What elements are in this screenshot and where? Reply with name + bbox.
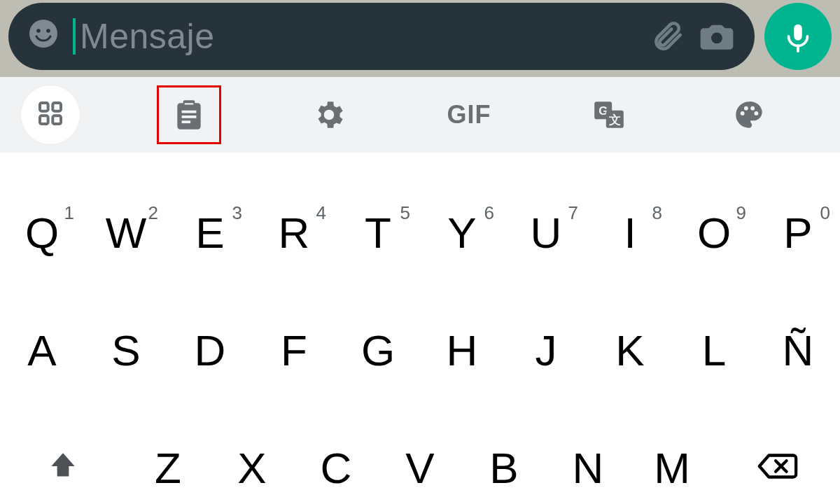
svg-point-3	[711, 32, 722, 43]
grid-icon	[36, 99, 64, 130]
keyboard-row-3: Z X C V B N M	[0, 409, 840, 504]
key-y[interactable]: 6Y	[420, 208, 504, 258]
key-o[interactable]: 9O	[672, 208, 756, 258]
svg-point-2	[46, 29, 50, 33]
key-e[interactable]: 3E	[168, 208, 252, 258]
attach-icon[interactable]	[650, 19, 685, 54]
key-enye[interactable]: Ñ	[756, 326, 840, 375]
key-n[interactable]: N	[546, 443, 630, 493]
gif-button[interactable]: GIF	[447, 100, 491, 130]
svg-rect-8	[52, 115, 61, 124]
key-m[interactable]: M	[630, 443, 714, 493]
key-b[interactable]: B	[462, 443, 546, 493]
camera-icon[interactable]	[697, 17, 736, 56]
key-s[interactable]: S	[84, 326, 168, 375]
key-l[interactable]: L	[672, 326, 756, 375]
message-input[interactable]: Mensaje	[73, 15, 637, 57]
toolbar-clipboard-highlight	[157, 85, 221, 144]
svg-point-18	[750, 106, 755, 111]
svg-rect-7	[40, 115, 48, 124]
message-input-pill: Mensaje	[8, 3, 755, 70]
backspace-icon	[755, 444, 799, 491]
key-r[interactable]: 4R	[252, 208, 336, 258]
svg-text:文: 文	[608, 113, 621, 127]
key-w[interactable]: 2W	[84, 208, 168, 258]
palette-icon[interactable]	[732, 97, 766, 132]
svg-point-1	[36, 29, 41, 33]
keyboard-row-2: A S D F G H J K L Ñ	[0, 291, 840, 409]
svg-rect-10	[182, 115, 197, 118]
key-i[interactable]: 8I	[588, 208, 672, 258]
svg-point-17	[744, 106, 748, 111]
key-u[interactable]: 7U	[504, 208, 588, 258]
backspace-key[interactable]	[714, 444, 840, 491]
keyboard: 1Q 2W 3E 4R 5T 6Y 7U 8I 9O 0P A S D F G …	[0, 153, 840, 504]
key-p[interactable]: 0P	[756, 208, 840, 258]
keyboard-toolbar: GIF G文	[0, 77, 840, 153]
svg-rect-9	[182, 111, 197, 113]
key-c[interactable]: C	[294, 443, 378, 493]
clipboard-icon[interactable]	[172, 97, 206, 132]
key-g[interactable]: G	[336, 326, 420, 375]
key-f[interactable]: F	[252, 326, 336, 375]
key-t[interactable]: 5T	[336, 208, 420, 258]
emoji-icon[interactable]	[27, 17, 60, 56]
shift-icon	[46, 449, 80, 486]
key-d[interactable]: D	[168, 326, 252, 375]
key-k[interactable]: K	[588, 326, 672, 375]
svg-rect-5	[40, 103, 48, 111]
key-x[interactable]: X	[210, 443, 294, 493]
svg-rect-11	[182, 120, 191, 123]
key-v[interactable]: V	[378, 443, 462, 493]
message-placeholder: Mensaje	[80, 16, 215, 57]
chat-input-area: Mensaje	[0, 0, 840, 77]
toolbar-apps-button[interactable]	[21, 85, 80, 144]
key-j[interactable]: J	[504, 326, 588, 375]
svg-point-19	[755, 111, 759, 115]
text-cursor	[73, 18, 76, 55]
svg-rect-6	[52, 103, 61, 111]
key-a[interactable]: A	[0, 326, 84, 375]
key-z[interactable]: Z	[126, 443, 210, 493]
gear-icon[interactable]	[312, 97, 346, 132]
key-q[interactable]: 1Q	[0, 208, 84, 258]
voice-message-button[interactable]	[764, 3, 832, 70]
keyboard-row-1: 1Q 2W 3E 4R 5T 6Y 7U 8I 9O 0P	[0, 174, 840, 291]
svg-point-0	[29, 20, 57, 48]
shift-key[interactable]	[0, 449, 126, 486]
translate-icon[interactable]: G文	[592, 97, 626, 132]
key-h[interactable]: H	[420, 326, 504, 375]
svg-point-16	[741, 111, 745, 115]
